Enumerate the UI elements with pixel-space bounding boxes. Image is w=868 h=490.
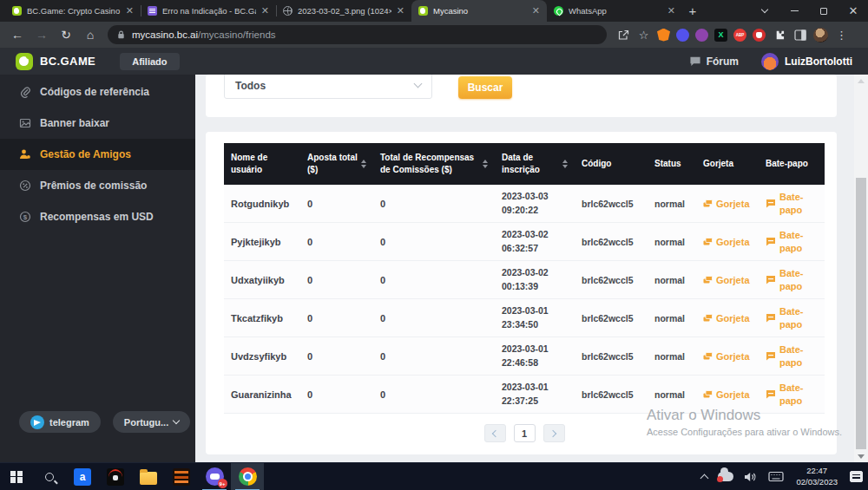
forward-button[interactable]: → (31, 24, 52, 45)
discord-icon: 9+ (206, 467, 224, 486)
cell-username: Udxatyiikyb (224, 275, 300, 285)
taskbar-discord-app[interactable]: 9+ (198, 463, 231, 490)
scrollbar-thumb[interactable] (856, 178, 866, 449)
tray-onedrive-icon[interactable] (713, 463, 739, 490)
filter-select[interactable]: Todos (224, 75, 432, 99)
tray-expand-button[interactable] (696, 463, 713, 490)
taskbar-search-button[interactable] (33, 463, 66, 490)
forum-link[interactable]: Fórum (689, 56, 739, 68)
side-panel-icon[interactable] (792, 28, 807, 42)
scrollbar-down-arrow-icon[interactable] (854, 450, 868, 462)
tab-mycasino-active[interactable]: Mycasino ✕ (411, 0, 547, 22)
taskbar-amd-app[interactable]: a (66, 463, 99, 490)
pagination-prev-button[interactable] (484, 424, 506, 442)
sidebar-item-referral-codes[interactable]: Códigos de referência (0, 76, 195, 108)
chat-link[interactable]: Bate-papo (759, 382, 825, 408)
start-button[interactable] (0, 463, 33, 490)
bcgame-logo-icon[interactable] (16, 53, 33, 70)
tab-close-icon[interactable]: ✕ (397, 6, 404, 16)
action-center-button[interactable] (845, 463, 868, 490)
metamask-extension-icon[interactable] (657, 29, 670, 42)
cell-code: brlc62wccl5 (575, 313, 648, 323)
telegram-label: telegram (49, 417, 89, 428)
chat-link[interactable]: Bate-papo (759, 191, 825, 217)
chat-link[interactable]: Bate-papo (759, 267, 825, 293)
sidebar-item-friends-management[interactable]: Gestão de Amigos (0, 139, 195, 170)
coins-icon (703, 199, 713, 208)
chat-link[interactable]: Bate-papo (759, 305, 825, 331)
tab-erro-indicacao[interactable]: Erro na Indicação - BC.Game ✕ (141, 0, 276, 22)
tab-close-icon[interactable]: ✕ (532, 6, 540, 16)
search-button[interactable]: Buscar (458, 76, 512, 99)
window-maximize-button[interactable] (809, 0, 838, 22)
sidebar-item-usd-rewards[interactable]: $ Recompensas em USD (0, 201, 195, 232)
dollar-circle-icon: $ (19, 211, 31, 223)
window-close-button[interactable]: ✕ (838, 0, 868, 22)
chat-link[interactable]: Bate-papo (759, 229, 825, 255)
scrollbar-up-arrow-icon[interactable] (854, 75, 868, 87)
tray-volume-button[interactable] (739, 463, 763, 490)
telegram-button[interactable]: telegram (19, 411, 101, 433)
chat-link[interactable]: Bate-papo (759, 343, 825, 369)
cell-username: Rotgudnikyb (224, 199, 300, 209)
table-row: Rotgudnikyb 0 0 2023-03-0309:20:22 brlc6… (224, 185, 825, 223)
share-icon[interactable] (615, 28, 630, 42)
tab-title: WhatsApp (569, 6, 662, 16)
browser-profile-avatar[interactable] (813, 28, 828, 42)
tip-link[interactable]: Gorjeta (696, 389, 759, 400)
red-extension-icon[interactable] (753, 29, 766, 42)
pagination-next-button[interactable] (543, 424, 565, 442)
tab-whatsapp[interactable]: WhatsApp ✕ (547, 0, 682, 22)
tab-close-icon[interactable]: ✕ (261, 6, 269, 16)
tab-image-png[interactable]: 2023-03-02_3.png (1024×76 ✕ (276, 0, 411, 22)
purple-extension-icon[interactable] (695, 29, 708, 42)
sidebar-item-banner-download[interactable]: Banner baixar (0, 108, 195, 139)
taskbar-clock[interactable]: 22:47 02/03/2023 (789, 466, 845, 488)
bcgame-favicon-icon (12, 6, 22, 16)
tab-close-icon[interactable]: ✕ (667, 6, 675, 16)
taskbar-chrome-app[interactable] (231, 463, 264, 490)
keyboard-icon (768, 471, 784, 482)
sort-icon[interactable] (361, 160, 366, 168)
language-selector[interactable]: Portugu... (113, 411, 190, 433)
list-favicon-icon (148, 6, 157, 16)
sort-icon[interactable] (562, 160, 568, 168)
tip-link[interactable]: Gorjeta (696, 275, 759, 285)
tip-link[interactable]: Gorjeta (696, 351, 759, 362)
chat-bubble-icon (766, 275, 776, 284)
pagination-page-1[interactable]: 1 (514, 424, 536, 442)
address-bar[interactable]: mycasino.bc.ai/mycasino/friends (108, 25, 607, 44)
tray-keyboard-button[interactable] (763, 463, 789, 490)
new-tab-button[interactable]: + (682, 1, 703, 22)
blue-extension-icon[interactable] (676, 29, 689, 42)
lock-icon (116, 29, 126, 40)
globe-favicon-icon (283, 6, 293, 16)
tip-link[interactable]: Gorjeta (696, 199, 759, 209)
bookmark-star-icon[interactable]: ☆ (636, 28, 651, 42)
tab-bcgame-casino[interactable]: BC.Game: Crypto Casino Gam ✕ (5, 0, 141, 22)
window-minimize-button[interactable] (779, 0, 809, 22)
tip-link[interactable]: Gorjeta (696, 237, 759, 247)
browser-toolbar: ← → ↻ ⌂ mycasino.bc.ai/mycasino/friends … (0, 22, 868, 48)
affiliate-button[interactable]: Afiliado (120, 53, 179, 70)
user-menu[interactable]: LuizBortolotti (761, 53, 852, 70)
status-badge: normal (648, 275, 696, 285)
home-button[interactable]: ⌂ (80, 24, 101, 45)
reload-button[interactable]: ↻ (56, 24, 76, 45)
taskbar-game-app[interactable] (99, 463, 132, 490)
taskbar-file-explorer[interactable] (132, 463, 165, 490)
user-name: LuizBortolotti (785, 56, 852, 68)
taskbar-orange-app[interactable] (165, 463, 198, 490)
adblock-extension-icon[interactable]: ABP (733, 29, 746, 42)
x-extension-icon[interactable]: X (714, 29, 727, 42)
browser-menu-icon[interactable]: ⋮ (834, 28, 849, 42)
tip-link[interactable]: Gorjeta (696, 313, 759, 323)
back-button[interactable]: ← (7, 24, 28, 45)
sidebar-item-commission-rewards[interactable]: Prêmios de comissão (0, 170, 195, 201)
tab-close-icon[interactable]: ✕ (126, 6, 134, 16)
cell-username: Pyjktejikyb (224, 237, 300, 247)
page-scrollbar[interactable] (854, 75, 868, 462)
tab-search-chevron-icon[interactable] (750, 0, 779, 22)
sort-icon[interactable] (483, 160, 488, 168)
extensions-puzzle-icon[interactable] (772, 28, 786, 42)
